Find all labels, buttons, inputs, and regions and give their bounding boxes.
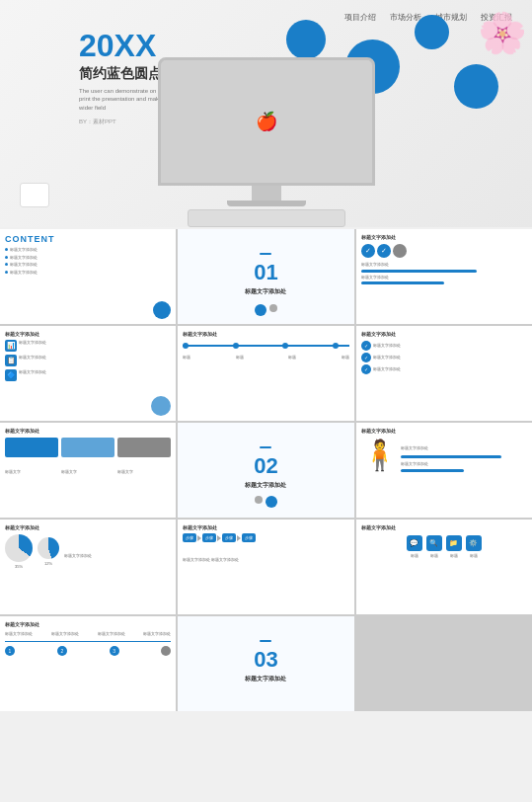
content-item-3: 标题文字添加处 — [5, 262, 171, 268]
flow-arrow-icon-1 — [197, 535, 201, 541]
dot-icon — [255, 496, 263, 504]
flow-arrow-icon-2 — [217, 535, 221, 541]
slide-2[interactable]: 01 标题文字添加处 — [178, 229, 353, 324]
circle-icon-2: ✓ — [377, 244, 391, 258]
slide-label: 标题文字添加处 — [361, 524, 527, 530]
slide-9[interactable]: 标题文字添加处 🧍 标题文字添加处 标题文字添加处 — [356, 423, 532, 518]
slide-label: 标题文字添加处 — [183, 287, 348, 296]
timeline-dot-4 — [333, 343, 339, 349]
slide-label: 标题文字添加处 — [5, 428, 171, 434]
flow-box-1: 步骤 — [183, 533, 196, 542]
slide-1[interactable]: CONTENT 标题文字添加处 标题文字添加处 标题文字添加处 标题文字添加处 — [0, 229, 176, 324]
flow-box-2: 步骤 — [202, 533, 216, 542]
slide-8[interactable]: 02 标题文字添加处 — [178, 423, 353, 518]
content-label: CONTENT — [5, 234, 171, 244]
blue-pill — [260, 253, 271, 255]
apple-logo-icon: 🍎 — [256, 111, 277, 132]
slide-label: 标题文字添加处 — [5, 621, 171, 627]
slide-7[interactable]: 标题文字添加处 标题文字 标题文字 标题文字 — [0, 423, 176, 518]
slide-13[interactable]: 标题文字添加处 标题文字添加处 标题文字添加处 标题文字添加处 标题文字添加处 … — [0, 616, 176, 711]
slide-10[interactable]: 标题文字添加处 35% 12% 标题文字添加处 — [0, 520, 176, 614]
check-icon: ✓ — [361, 353, 371, 362]
timeline-dot-2 — [233, 343, 239, 349]
blue-pill-2 — [260, 446, 271, 448]
icon-box-3: 🔷 — [5, 369, 17, 381]
blue-pill-3 — [260, 640, 271, 642]
slide-label: 标题文字添加处 — [361, 234, 527, 240]
circle-icon: 1 — [5, 646, 15, 656]
slide-number: 01 — [183, 262, 348, 283]
monitor: 🍎 — [128, 57, 405, 227]
circle-icon: 2 — [57, 646, 67, 656]
gray-circle — [161, 646, 171, 656]
slide-4[interactable]: 标题文字添加处 📊 标题文字添加处 📋 标题文字添加处 🔷 标题文字添加处 — [0, 326, 176, 421]
monitor-screen: 🍎 — [158, 57, 375, 186]
slide-number-3: 03 — [183, 649, 348, 671]
progress-bar — [361, 270, 478, 273]
monitor-stand — [252, 186, 281, 200]
slide-11[interactable]: 标题文字添加处 步骤 步骤 步骤 步骤 标题文字添加处 标题文字添加处 — [178, 520, 353, 614]
deco-dot-3 — [415, 15, 449, 49]
feature-icon-3: 📁 — [446, 535, 462, 551]
slide-label: 标题文字添加处 — [183, 524, 348, 530]
slide-label: 标题文字添加处 — [5, 331, 171, 337]
bullet-icon — [5, 256, 8, 259]
bullet-icon — [5, 271, 8, 274]
check-item-3: ✓ 标题文字添加处 — [361, 364, 527, 374]
keyboard — [188, 209, 345, 227]
slide-5[interactable]: 标题文字添加处 标题 标题 标题 标题 — [178, 326, 353, 421]
slide-label: 标题文字添加处 — [5, 524, 171, 530]
pie-chart-1 — [5, 534, 33, 562]
slide-6[interactable]: 标题文字添加处 ✓ 标题文字添加处 ✓ 标题文字添加处 ✓ 标题文字添加处 — [356, 326, 532, 421]
nav-item-2[interactable]: 市场分析 — [390, 12, 421, 23]
slide-label: 标题文字添加处 — [361, 331, 527, 337]
timeline — [183, 345, 348, 347]
flower-decoration: 🌸 — [478, 10, 527, 56]
flow-diagram: 步骤 步骤 步骤 步骤 — [183, 533, 348, 542]
monitor-base — [227, 200, 306, 206]
dot-icon — [266, 496, 277, 508]
hero-section: 项目介绍 市场分析 城市规划 投资汇报 20XX 简约蓝色圆点长阴影模板 The… — [0, 0, 532, 227]
coffee-cup — [20, 183, 49, 207]
dot-icon — [269, 304, 277, 312]
bullet-icon — [5, 263, 8, 266]
feature-icon-4: ⚙️ — [466, 535, 482, 551]
feature-icon-1: 💬 — [407, 535, 422, 551]
content-item-1: 标题文字添加处 — [5, 247, 171, 253]
check-item-1: ✓ 标题文字添加处 — [361, 341, 527, 351]
progress-bar — [361, 281, 444, 284]
icon-box-2: 📋 — [5, 355, 17, 366]
dot-icon — [255, 304, 266, 316]
slide-12[interactable]: 标题文字添加处 💬 标题 🔍 标题 📁 标题 ⚙️ 标题 — [356, 520, 532, 614]
pie-chart-2 — [38, 537, 59, 559]
circle-icon-1: ✓ — [361, 244, 375, 258]
icon-box-1: 📊 — [5, 340, 17, 352]
slide-label: 标题文字添加处 — [183, 481, 348, 490]
slides-grid: CONTENT 标题文字添加处 标题文字添加处 标题文字添加处 标题文字添加处 — [0, 229, 532, 711]
slide-label: 标题文字添加处 — [183, 331, 348, 337]
check-item-2: ✓ 标题文字添加处 — [361, 353, 527, 362]
progress-bar — [401, 455, 502, 458]
content-item-4: 标题文字添加处 — [5, 270, 171, 276]
person-icon: 🧍 — [361, 438, 398, 472]
timeline-dot-3 — [282, 343, 288, 349]
slide-14[interactable]: 03 标题文字添加处 — [178, 616, 353, 711]
flow-box-3: 步骤 — [222, 533, 236, 542]
slide-3[interactable]: 标题文字添加处 ✓ ✓ 标题文字添加处 标题文字添加处 — [356, 229, 532, 324]
progress-bar — [401, 469, 464, 472]
deco-dot-1 — [286, 20, 326, 59]
content-item-2: 标题文字添加处 — [5, 255, 171, 261]
flow-box-4: 步骤 — [242, 533, 256, 542]
slide-number-2: 02 — [183, 455, 348, 477]
feature-icon-2: 🔍 — [426, 535, 442, 551]
nav-item-1[interactable]: 项目介绍 — [344, 12, 376, 23]
check-icon: ✓ — [361, 341, 371, 351]
gray-circle-1 — [393, 244, 407, 258]
slide-label: 标题文字添加处 — [361, 428, 527, 434]
flow-arrow-icon-3 — [237, 535, 241, 541]
check-icon: ✓ — [361, 364, 371, 374]
timeline-dot-1 — [183, 343, 189, 349]
deco-dot-4 — [454, 64, 498, 109]
bullet-icon — [5, 248, 8, 251]
slide-label: 标题文字添加处 — [183, 675, 348, 683]
